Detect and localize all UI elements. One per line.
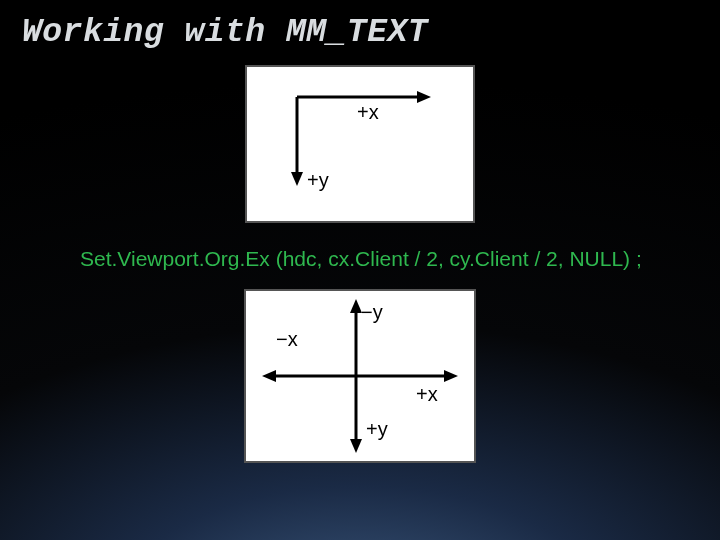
- code-line: Set.Viewport.Org.Ex (hdc, cx.Client / 2,…: [80, 247, 698, 271]
- axis-label-plus-y: +y: [307, 169, 329, 191]
- svg-marker-6: [444, 370, 458, 382]
- axis-label-plus-x: +x: [357, 101, 379, 123]
- axis-label-neg-y: −y: [361, 301, 383, 323]
- diagram-axes-topleft: +x +y: [247, 67, 473, 221]
- slide: Working with MM_TEXT +x +y Set.Viewport.…: [0, 0, 720, 540]
- svg-marker-5: [262, 370, 276, 382]
- svg-marker-9: [350, 439, 362, 453]
- axis-label-pos-x: +x: [416, 383, 438, 405]
- svg-marker-3: [291, 172, 303, 186]
- figure-default-origin: +x +y: [245, 65, 475, 223]
- figure-center-origin: −y −x +x +y: [244, 289, 476, 463]
- page-title: Working with MM_TEXT: [22, 14, 698, 51]
- axis-label-pos-y: +y: [366, 418, 388, 440]
- diagram-axes-center: −y −x +x +y: [246, 291, 474, 461]
- axis-label-neg-x: −x: [276, 328, 298, 350]
- svg-marker-1: [417, 91, 431, 103]
